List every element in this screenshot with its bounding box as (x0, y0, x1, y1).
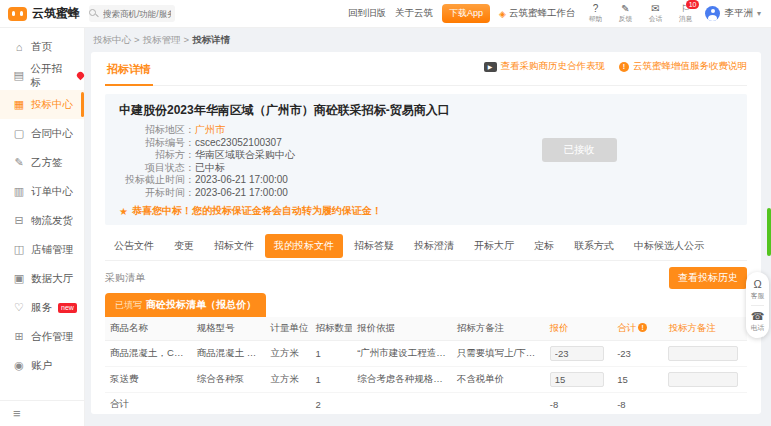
total-price: -8 (545, 393, 612, 415)
field-label: 项目状态： (119, 162, 195, 174)
message-bell-item[interactable]: ⚐消息10 (674, 3, 696, 24)
bid-col-header-4: 报价依据 (352, 317, 452, 341)
scrollbar-thumb[interactable] (767, 208, 771, 256)
workspace-link[interactable]: ◈ 云筑蜜蜂工作台 (499, 7, 575, 20)
detail-tabs: 公告文件变更招标文件我的投标文件招标答疑投标澄清开标大厅定标联系方式中标候选人公… (105, 234, 747, 261)
sidebar-item-icon: ✎ (13, 156, 25, 169)
received-button[interactable]: 已接收 (542, 138, 618, 162)
sidebar-item-icon: ⊟ (13, 214, 25, 227)
detail-tab-8[interactable]: 联系方式 (565, 234, 623, 260)
hamburger-icon: ≡ (13, 406, 21, 421)
field-value: 2023-06-21 17:00:00 (195, 174, 288, 186)
sidebar-item-6[interactable]: ⊟物流发货 (0, 206, 84, 235)
sidebar-item-label: 投标中心 (31, 98, 73, 112)
detail-tab-3[interactable]: 我的投标文件 (265, 234, 343, 258)
sidebar-item-7[interactable]: ◫店铺管理 (0, 235, 84, 264)
detail-tab-6[interactable]: 开标大厅 (465, 234, 523, 260)
bid-table-total-row: 合计2-8-8 (105, 393, 747, 415)
breadcrumb-separator: > (134, 34, 140, 45)
app-logo[interactable]: 云筑蜜蜂 (8, 5, 85, 22)
headset-icon[interactable]: Ω (753, 278, 761, 290)
sidebar-collapse-toggle[interactable]: ≡ (0, 400, 84, 426)
price-input[interactable] (550, 346, 605, 361)
main-area: 投标中心>投标管理>投标详情 招标详情 ▶查看采购商历史合作表现!云筑蜜蜂增值服… (85, 28, 771, 426)
breadcrumb-item-0[interactable]: 投标中心 (93, 34, 131, 45)
detail-tab-0[interactable]: 公告文件 (105, 234, 163, 260)
field-value: 已中标 (195, 162, 225, 174)
item-tenderer-note: 不含税单价 (452, 367, 545, 393)
detail-tab-4[interactable]: 招标答疑 (345, 234, 403, 260)
chat-label: 会话 (649, 15, 663, 24)
sidebar-item-label: 服务 (31, 301, 52, 315)
sidebar-item-1[interactable]: ▤公开招标 (0, 61, 84, 90)
sidebar-item-2[interactable]: ▦投标中心 (0, 90, 84, 119)
topbar-link-1[interactable]: 关于云筑 (395, 7, 433, 20)
purchase-list-label: 采购清单 (105, 271, 145, 285)
field-value: cscec23052100307 (195, 137, 282, 149)
congrats-message: ★ 恭喜您中标！您的投标保证金将会自动转为履约保证金！ (119, 204, 733, 218)
card-header-link-1[interactable]: !云筑蜜蜂增值服务收费说明 (619, 60, 747, 73)
item-spec: 综合各种泵 (192, 367, 266, 393)
topbar-link-0[interactable]: 回到旧版 (348, 7, 386, 20)
sidebar-item-5[interactable]: ▥订单中心 (0, 177, 84, 206)
topbar-nav-links: 回到旧版关于云筑 (348, 7, 433, 20)
bid-table-row-1: 泵送费综合各种泵立方米1综合考虑各种规格型号不含税单价15 (105, 367, 747, 393)
detail-tab-5[interactable]: 投标澄清 (405, 234, 463, 260)
search-wrap (85, 5, 175, 22)
breadcrumb-item-1[interactable]: 投标管理 (143, 34, 181, 45)
sidebar-item-icon: ⌂ (13, 41, 25, 53)
feedback-icon: ✎ (621, 3, 629, 14)
sidebar-item-icon: ▥ (13, 185, 25, 198)
sidebar-item-4[interactable]: ✎乙方签 (0, 148, 84, 177)
user-menu[interactable]: 李平洲 ▾ (705, 6, 761, 21)
list-tab-title: 商砼投标清单（报总价） (146, 298, 256, 312)
field-value[interactable]: 广州市 (195, 124, 225, 136)
bid-col-header-7: 合计! (612, 317, 663, 341)
search-input[interactable] (89, 5, 175, 22)
card-header-links: ▶查看采购商历史合作表现!云筑蜜蜂增值服务收费说明 (484, 60, 748, 73)
detail-tab-7[interactable]: 定标 (525, 234, 563, 260)
divider (751, 305, 764, 306)
sidebar-item-icon: ♡ (13, 301, 25, 314)
sidebar-item-label: 店铺管理 (31, 243, 73, 257)
view-bid-history-button[interactable]: 查看投标历史 (669, 267, 747, 289)
sidebar-item-8[interactable]: ▣数据大厅 (0, 264, 84, 293)
project-title: 中建股份2023年华南区域（广州市）商砼联采招标-贸易商入口 (119, 102, 733, 119)
sidebar-item-11[interactable]: ◉账户 (0, 351, 84, 380)
card-header: 招标详情 ▶查看采购商历史合作表现!云筑蜜蜂增值服务收费说明 (105, 60, 747, 86)
bidder-note-input[interactable] (668, 372, 738, 387)
download-app-badge[interactable]: 下载App (442, 4, 490, 23)
sidebar-item-0[interactable]: ⌂首页 (0, 32, 84, 61)
phone-icon[interactable]: ☎ (751, 310, 765, 322)
item-qty: 1 (310, 367, 352, 393)
bid-col-header-5: 招标方备注 (452, 317, 545, 341)
item-bidder-note-cell (663, 341, 747, 367)
detail-tab-2[interactable]: 招标文件 (205, 234, 263, 260)
filled-list-tab[interactable]: 已填写 商砼投标清单（报总价） (105, 293, 266, 317)
bidder-note-input[interactable] (668, 346, 738, 361)
chat-item[interactable]: ✉会话 (644, 3, 666, 24)
total-label: 合计 (105, 393, 192, 415)
bid-col-header-0: 商品名称 (105, 317, 192, 341)
help-item[interactable]: ?帮助 (584, 3, 606, 24)
sidebar-item-10[interactable]: ⊞合作管理 (0, 322, 84, 351)
tab-bid-detail[interactable]: 招标详情 (105, 60, 153, 86)
price-input[interactable] (550, 372, 605, 387)
item-name: 商品混凝土，C30泵送 (105, 341, 192, 367)
sidebar-item-icon: ◉ (13, 359, 25, 372)
topbar-icon-group: ?帮助✎反馈✉会话⚐消息10 (584, 3, 696, 24)
field-label: 投标截止时间： (119, 174, 195, 186)
project-field-1: 招标编号：cscec23052100307 (119, 137, 733, 149)
detail-tab-9[interactable]: 中标候选人公示 (625, 234, 713, 260)
empty-cell (352, 393, 452, 415)
sidebar-item-3[interactable]: ▢合同中心 (0, 119, 84, 148)
chevron-down-icon: ▾ (757, 9, 761, 18)
sidebar-item-9[interactable]: ♡服务new (0, 293, 84, 322)
detail-tab-1[interactable]: 变更 (165, 234, 203, 260)
feedback-label: 反馈 (619, 15, 633, 24)
feedback-item[interactable]: ✎反馈 (614, 3, 636, 24)
card-header-link-0[interactable]: ▶查看采购商历史合作表现 (484, 60, 606, 73)
bid-col-header-1: 规格型号 (192, 317, 266, 341)
item-spec: 商品混凝土 C30泵送 (192, 341, 266, 367)
item-total: 15 (612, 367, 663, 393)
